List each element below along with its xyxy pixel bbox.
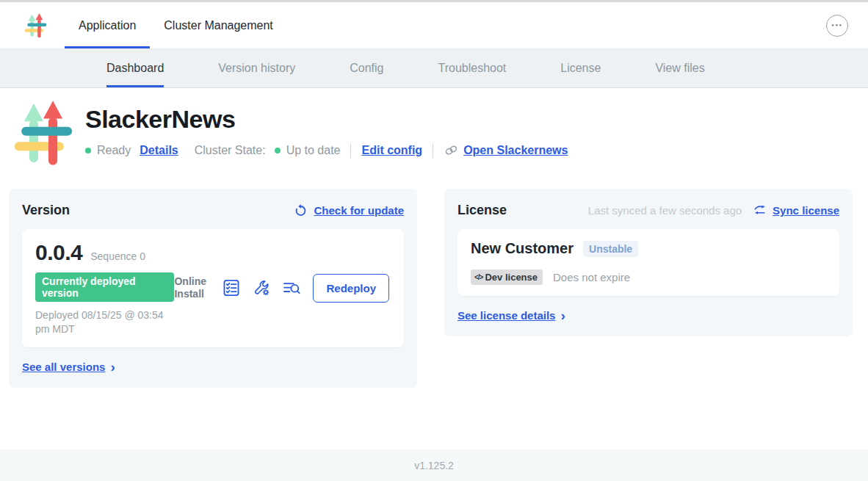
tab-application[interactable]: Application [65,2,150,48]
redeploy-button[interactable]: Redeploy [313,274,389,303]
version-card: Version Check for update 0.0.4 Sequ [9,189,417,388]
open-app-link[interactable]: Open Slackernews [463,144,568,157]
subnav-version-history-label: Version history [218,62,295,75]
page-title: SlackerNews [85,105,568,134]
ready-status-dot [85,148,91,153]
customer-name: New Customer [471,240,574,257]
console-footer: v1.125.2 [0,449,868,481]
app-subnav: Dashboard Version history Config Trouble… [0,49,868,88]
cluster-state-value: Up to date [286,144,341,157]
tab-cluster-management[interactable]: Cluster Management [150,2,287,48]
see-license-details-link[interactable]: See license details [457,309,555,322]
edit-config-link[interactable]: Edit config [361,144,422,157]
license-card-title: License [457,203,507,218]
version-actions: Online Install [174,274,391,303]
subnav-troubleshoot-label: Troubleshoot [438,62,506,75]
more-menu-button[interactable]: ●●● [826,15,848,37]
subnav-license[interactable]: License [560,49,601,87]
dashboard-main: SlackerNews Ready Details Cluster State:… [0,88,868,449]
primary-navbar: Application Cluster Management ●●● [0,2,868,49]
subnav-version-history[interactable]: Version history [218,49,295,87]
divider [350,143,351,158]
primary-tabs: Application Cluster Management [65,2,287,48]
subnav-view-files-label: View files [655,62,704,75]
version-card-header: Version Check for update [22,203,404,218]
deployed-timestamp: Deployed 08/15/25 @ 03:54 pm MDT [35,308,174,336]
subnav-dashboard-label: Dashboard [106,62,164,75]
subnav-license-label: License [560,62,601,75]
version-details: 0.0.4 Sequence 0 Currently deployed vers… [35,240,174,336]
navbar-logo[interactable] [24,2,47,48]
config-wrench-gear-icon[interactable] [252,278,271,297]
details-link[interactable]: Details [140,144,178,157]
app-logo-large [13,101,73,167]
install-type-label: Online Install [174,275,211,301]
dashboard-cards: Version Check for update 0.0.4 Sequ [9,189,853,388]
chevron-right-icon: › [560,308,565,322]
divider [433,143,433,158]
app-logo-icon [24,13,47,38]
check-for-update-link[interactable]: Check for update [314,204,404,217]
subnav-troubleshoot[interactable]: Troubleshoot [438,49,506,87]
subnav-view-files[interactable]: View files [655,49,704,87]
see-all-versions[interactable]: See all versions › [22,360,404,374]
tab-cluster-management-label: Cluster Management [164,19,273,32]
tab-application-label: Application [79,19,136,32]
code-icon: </> [474,273,482,281]
check-for-update[interactable]: Check for update [294,203,404,217]
license-type-badge: </> Dev license [471,270,543,285]
see-license-details[interactable]: See license details › [457,308,839,322]
app-logo-icon [13,101,73,167]
app-status-row: Ready Details Cluster State: Up to date … [85,142,568,158]
app-info: SlackerNews Ready Details Cluster State:… [85,101,568,167]
cluster-state-dot [275,148,281,153]
see-all-versions-link[interactable]: See all versions [22,361,105,373]
sync-license-link[interactable]: Sync license [773,204,839,217]
subnav-config[interactable]: Config [350,49,383,87]
license-card: License Last synced a few seconds ago Sy… [444,189,853,336]
chevron-right-icon: › [110,360,115,374]
deployed-status-badge: Currently deployed version [35,272,174,302]
app-header: SlackerNews Ready Details Cluster State:… [13,101,868,167]
console-version: v1.125.2 [414,460,454,471]
subnav-dashboard[interactable]: Dashboard [106,49,164,87]
sync-arrows-icon [753,203,767,217]
version-number: 0.0.4 [35,240,82,265]
view-logs-icon[interactable] [282,278,301,297]
version-card-title: Version [22,203,70,218]
license-details-panel: New Customer Unstable </> Dev license Do… [457,229,839,296]
ellipsis-icon: ●●● [831,23,842,27]
sequence-label: Sequence 0 [90,250,145,262]
subnav-config-label: Config [350,62,383,75]
license-expiry: Does not expire [553,271,630,283]
channel-badge: Unstable [583,241,638,257]
last-synced-text: Last synced a few seconds ago [588,204,742,217]
license-card-header: License Last synced a few seconds ago Sy… [457,203,839,218]
preflight-checks-icon[interactable] [222,278,241,297]
link-icon [444,142,459,158]
ready-status-label: Ready [97,144,131,157]
refresh-icon [294,203,308,217]
current-version-panel: 0.0.4 Sequence 0 Currently deployed vers… [22,229,404,347]
license-type-label: Dev license [485,272,538,283]
cluster-state-label: Cluster State: [195,144,266,157]
